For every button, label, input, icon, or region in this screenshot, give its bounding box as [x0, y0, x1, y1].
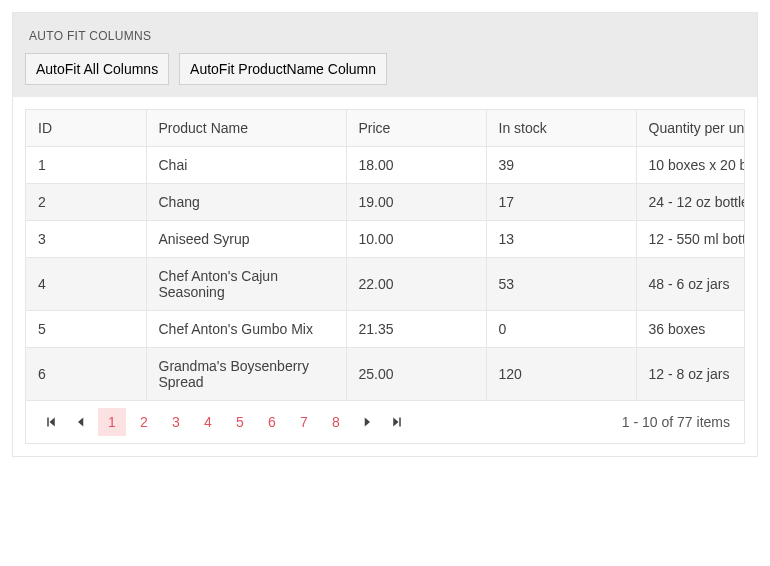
cell-id: 1 [26, 147, 146, 184]
table-row[interactable]: 1Chai18.003910 boxes x 20 bags [26, 147, 744, 184]
cell-id: 4 [26, 258, 146, 311]
seek-prev-icon [75, 416, 87, 428]
cell-qpu: 10 boxes x 20 bags [636, 147, 744, 184]
cell-name: Aniseed Syrup [146, 221, 346, 258]
cell-stock: 13 [486, 221, 636, 258]
cell-stock: 0 [486, 311, 636, 348]
cell-id: 5 [26, 311, 146, 348]
cell-name: Chef Anton's Gumbo Mix [146, 311, 346, 348]
table-row[interactable]: 3Aniseed Syrup10.001312 - 550 ml bottles [26, 221, 744, 258]
cell-price: 18.00 [346, 147, 486, 184]
cell-price: 19.00 [346, 184, 486, 221]
cell-stock: 39 [486, 147, 636, 184]
pager-first-button[interactable] [36, 407, 66, 437]
cell-qpu: 24 - 12 oz bottles [636, 184, 744, 221]
cell-name: Chef Anton's Cajun Seasoning [146, 258, 346, 311]
cell-qpu: 12 - 8 oz jars [636, 348, 744, 401]
seek-last-icon [391, 416, 403, 428]
pager: 12345678 1 - 10 of 77 items [26, 400, 744, 443]
cell-id: 2 [26, 184, 146, 221]
grid-container: IDProduct NamePriceIn stockQuantity per … [13, 97, 757, 456]
cell-stock: 53 [486, 258, 636, 311]
cell-id: 6 [26, 348, 146, 401]
pager-page-4[interactable]: 4 [194, 408, 222, 436]
cell-stock: 120 [486, 348, 636, 401]
pager-last-button[interactable] [382, 407, 412, 437]
table-body: 1Chai18.003910 boxes x 20 bags2Chang19.0… [26, 147, 744, 401]
column-header-id[interactable]: ID [26, 110, 146, 147]
data-table: IDProduct NamePriceIn stockQuantity per … [26, 110, 744, 400]
pager-page-5[interactable]: 5 [226, 408, 254, 436]
table-header: IDProduct NamePriceIn stockQuantity per … [26, 110, 744, 147]
pager-page-3[interactable]: 3 [162, 408, 190, 436]
cell-name: Chang [146, 184, 346, 221]
table-row[interactable]: 2Chang19.001724 - 12 oz bottles [26, 184, 744, 221]
cell-id: 3 [26, 221, 146, 258]
column-header-stock[interactable]: In stock [486, 110, 636, 147]
pager-info: 1 - 10 of 77 items [622, 414, 734, 430]
column-header-qpu[interactable]: Quantity per unit [636, 110, 744, 147]
pager-page-2[interactable]: 2 [130, 408, 158, 436]
cell-price: 25.00 [346, 348, 486, 401]
toolbar: AUTO FIT COLUMNS AutoFit All Columns Aut… [13, 13, 757, 97]
cell-name: Chai [146, 147, 346, 184]
cell-name: Grandma's Boysenberry Spread [146, 348, 346, 401]
pager-page-7[interactable]: 7 [290, 408, 318, 436]
pager-page-6[interactable]: 6 [258, 408, 286, 436]
grid-scroller[interactable]: IDProduct NamePriceIn stockQuantity per … [26, 110, 744, 400]
table-row[interactable]: 4Chef Anton's Cajun Seasoning22.005348 -… [26, 258, 744, 311]
seek-first-icon [45, 416, 57, 428]
cell-qpu: 36 boxes [636, 311, 744, 348]
pager-page-8[interactable]: 8 [322, 408, 350, 436]
cell-price: 10.00 [346, 221, 486, 258]
cell-price: 21.35 [346, 311, 486, 348]
seek-next-icon [361, 416, 373, 428]
column-header-price[interactable]: Price [346, 110, 486, 147]
toolbar-title: AUTO FIT COLUMNS [29, 29, 745, 43]
demo-panel: AUTO FIT COLUMNS AutoFit All Columns Aut… [12, 12, 758, 457]
pager-numbers: 12345678 [96, 408, 352, 436]
autofit-productname-button[interactable]: AutoFit ProductName Column [179, 53, 387, 85]
cell-qpu: 48 - 6 oz jars [636, 258, 744, 311]
column-header-name[interactable]: Product Name [146, 110, 346, 147]
table-row[interactable]: 5Chef Anton's Gumbo Mix21.35036 boxes [26, 311, 744, 348]
autofit-all-button[interactable]: AutoFit All Columns [25, 53, 169, 85]
cell-stock: 17 [486, 184, 636, 221]
pager-page-1[interactable]: 1 [98, 408, 126, 436]
grid: IDProduct NamePriceIn stockQuantity per … [25, 109, 745, 444]
pager-next-button[interactable] [352, 407, 382, 437]
table-row[interactable]: 6Grandma's Boysenberry Spread25.0012012 … [26, 348, 744, 401]
cell-qpu: 12 - 550 ml bottles [636, 221, 744, 258]
cell-price: 22.00 [346, 258, 486, 311]
pager-prev-button[interactable] [66, 407, 96, 437]
